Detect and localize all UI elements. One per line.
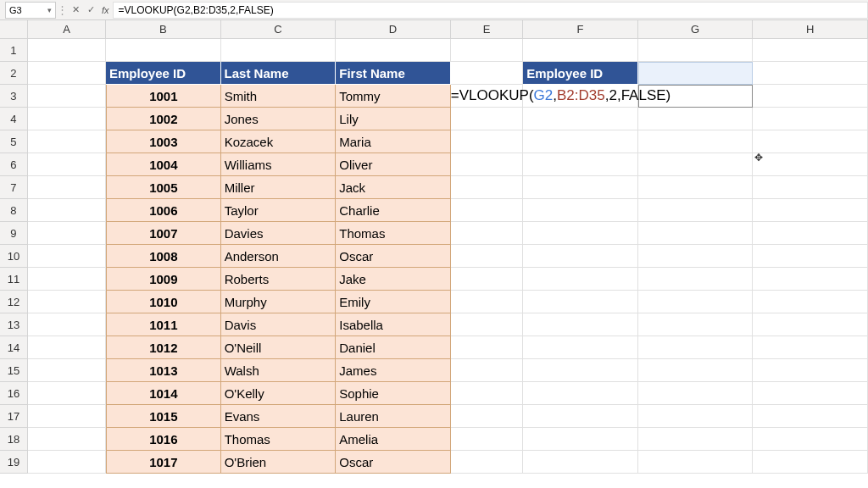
cell[interactable]	[28, 153, 106, 176]
cell[interactable]	[638, 313, 754, 336]
cell[interactable]	[28, 108, 106, 130]
cell-lastname[interactable]: Roberts	[221, 268, 337, 291]
table-header-firstname[interactable]: First Name	[336, 62, 451, 85]
confirm-icon[interactable]: ✓	[83, 4, 98, 15]
cell-empid[interactable]: 1009	[106, 268, 221, 291]
cell[interactable]	[28, 405, 106, 428]
row-header[interactable]: 3	[0, 85, 28, 108]
cell[interactable]	[753, 108, 868, 130]
cell[interactable]	[753, 245, 868, 268]
col-header-C[interactable]: C	[221, 20, 337, 38]
cell-lastname[interactable]: Davies	[221, 222, 337, 245]
cell-empid[interactable]: 1008	[106, 245, 221, 268]
cell[interactable]	[28, 199, 106, 222]
col-header-F[interactable]: F	[523, 20, 638, 38]
cell-empid[interactable]: 1002	[106, 108, 221, 130]
cell[interactable]	[523, 291, 638, 313]
cell[interactable]	[451, 199, 523, 222]
cell[interactable]	[523, 405, 638, 428]
cell-firstname[interactable]: Lauren	[336, 405, 451, 428]
col-header-H[interactable]: H	[753, 20, 868, 38]
cell[interactable]	[28, 130, 106, 153]
cell[interactable]	[28, 428, 106, 451]
row-header[interactable]: 17	[0, 405, 28, 428]
cell[interactable]	[753, 199, 868, 222]
cell[interactable]	[523, 245, 638, 268]
cell-firstname[interactable]: Sophie	[336, 382, 451, 405]
cell[interactable]	[451, 268, 523, 291]
row-header[interactable]: 15	[0, 359, 28, 382]
col-header-G[interactable]: G	[638, 20, 754, 38]
col-header-B[interactable]: B	[106, 20, 221, 38]
row-header[interactable]: 18	[0, 428, 28, 451]
cell[interactable]	[451, 382, 523, 405]
cell[interactable]	[451, 245, 523, 268]
cell[interactable]	[451, 153, 523, 176]
cell[interactable]	[28, 451, 106, 474]
cell[interactable]	[28, 336, 106, 359]
cell[interactable]	[523, 39, 638, 62]
cell[interactable]	[753, 359, 868, 382]
col-header-E[interactable]: E	[451, 20, 523, 38]
cell[interactable]	[638, 130, 754, 153]
cell[interactable]	[28, 176, 106, 199]
cell-lastname[interactable]: O'Neill	[221, 336, 337, 359]
cell[interactable]	[638, 245, 754, 268]
name-box[interactable]: G3 ▾	[5, 2, 56, 19]
cell[interactable]	[28, 268, 106, 291]
cell-firstname[interactable]: Maria	[336, 130, 451, 153]
cell-firstname[interactable]: Tommy	[336, 85, 451, 108]
cell-empid[interactable]: 1012	[106, 336, 221, 359]
cell-empid[interactable]: 1017	[106, 451, 221, 474]
cell[interactable]	[451, 108, 523, 130]
row-header[interactable]: 19	[0, 451, 28, 474]
cell-firstname[interactable]: James	[336, 359, 451, 382]
cell-lastname[interactable]: Anderson	[221, 245, 337, 268]
row-header[interactable]: 6	[0, 153, 28, 176]
cell[interactable]	[638, 108, 754, 130]
col-header-D[interactable]: D	[336, 20, 451, 38]
cell[interactable]	[28, 291, 106, 313]
cell-empid[interactable]: 1011	[106, 313, 221, 336]
cell[interactable]	[753, 291, 868, 313]
cell[interactable]	[753, 382, 868, 405]
cell[interactable]	[638, 39, 754, 62]
cell[interactable]	[753, 336, 868, 359]
cell[interactable]	[451, 130, 523, 153]
cell-empid[interactable]: 1004	[106, 153, 221, 176]
cell-firstname[interactable]: Oscar	[336, 245, 451, 268]
cell-lastname[interactable]: Murphy	[221, 291, 337, 313]
row-header[interactable]: 4	[0, 108, 28, 130]
cell[interactable]	[523, 176, 638, 199]
cell[interactable]	[28, 313, 106, 336]
cell[interactable]	[753, 130, 868, 153]
cell[interactable]	[523, 199, 638, 222]
cell[interactable]	[28, 359, 106, 382]
cell[interactable]	[638, 428, 754, 451]
cell[interactable]	[28, 245, 106, 268]
cell-firstname[interactable]: Emily	[336, 291, 451, 313]
cell-lastname[interactable]: Williams	[221, 153, 337, 176]
cell-lastname[interactable]: Walsh	[221, 359, 337, 382]
cell[interactable]	[451, 62, 523, 85]
cell[interactable]	[523, 108, 638, 130]
cell[interactable]	[523, 222, 638, 245]
row-header[interactable]: 16	[0, 382, 28, 405]
cell[interactable]	[523, 382, 638, 405]
cell[interactable]	[451, 405, 523, 428]
cell[interactable]	[753, 153, 868, 176]
cell[interactable]	[28, 62, 106, 85]
cell[interactable]	[753, 268, 868, 291]
cell-empid[interactable]: 1014	[106, 382, 221, 405]
cell[interactable]	[523, 336, 638, 359]
cell[interactable]	[451, 313, 523, 336]
row-header[interactable]: 5	[0, 130, 28, 153]
table-header-lastname[interactable]: Last Name	[221, 62, 337, 85]
cell-empid[interactable]: 1003	[106, 130, 221, 153]
cell[interactable]	[451, 359, 523, 382]
cell-empid[interactable]: 1015	[106, 405, 221, 428]
cell[interactable]	[451, 39, 523, 62]
cell[interactable]	[753, 405, 868, 428]
cell-firstname[interactable]: Thomas	[336, 222, 451, 245]
cell-lastname[interactable]: Jones	[221, 108, 337, 130]
